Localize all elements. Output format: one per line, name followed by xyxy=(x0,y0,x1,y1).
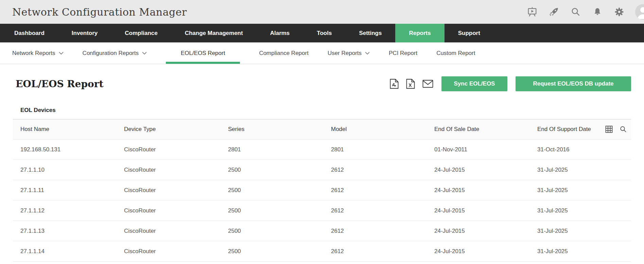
active-tab-underline xyxy=(166,62,240,64)
cell-device-type: CiscoRouter xyxy=(124,207,228,214)
cell-series: 2500 xyxy=(228,167,331,173)
cell-end-of-sale-date: 24-Jul-2015 xyxy=(434,167,537,173)
cell-end-of-support-date: 31-Jul-2025 xyxy=(537,248,631,255)
cell-host-name: 27.1.1.12 xyxy=(20,207,124,214)
nav-item-settings[interactable]: Settings xyxy=(345,24,395,42)
email-report-icon[interactable] xyxy=(422,80,433,88)
tab-network-reports[interactable]: Network Reports xyxy=(12,42,64,64)
nav-item-change-management[interactable]: Change Management xyxy=(171,24,257,42)
chevron-down-icon xyxy=(59,52,64,55)
table-row: 27.1.1.12 CiscoRouter 2500 2612 24-Jul-2… xyxy=(13,201,631,221)
column-header-model: Model xyxy=(331,126,434,133)
cell-device-type: CiscoRouter xyxy=(124,146,228,153)
cell-end-of-sale-date: 24-Jul-2015 xyxy=(434,228,537,234)
cell-end-of-support-date: 31-Jul-2025 xyxy=(537,187,631,194)
cell-model: 2612 xyxy=(331,207,434,214)
cell-series: 2801 xyxy=(228,146,331,153)
cell-host-name: 192.168.50.131 xyxy=(20,146,124,153)
cell-device-type: CiscoRouter xyxy=(124,187,228,194)
excel-export-icon[interactable] xyxy=(406,79,415,89)
bell-icon[interactable] xyxy=(592,6,603,18)
sync-eol-eos-button[interactable]: Sync EOL/EOS xyxy=(441,76,507,91)
user-avatar[interactable] xyxy=(635,4,644,20)
cell-end-of-sale-date: 24-Jul-2015 xyxy=(434,187,537,194)
pdf-export-icon[interactable] xyxy=(390,79,399,89)
app-title: Network Configuration Manager xyxy=(12,6,187,18)
chevron-down-icon xyxy=(365,52,370,55)
column-header-series: Series xyxy=(228,126,331,133)
tab-label: Custom Report xyxy=(436,50,475,57)
cell-model: 2612 xyxy=(331,167,434,173)
nav-item-support[interactable]: Support xyxy=(445,24,494,42)
cell-device-type: CiscoRouter xyxy=(124,167,228,173)
table-columns-icon[interactable] xyxy=(605,126,613,133)
gear-icon[interactable] xyxy=(613,6,625,18)
tab-label: User Reports xyxy=(328,50,362,57)
section-title: EOL Devices xyxy=(13,107,631,119)
cell-model: 2612 xyxy=(331,248,434,255)
export-icon-group xyxy=(390,79,433,89)
cell-model: 2612 xyxy=(331,187,434,194)
request-eol-eos-db-update-button[interactable]: Request EOL/EOS DB update xyxy=(516,76,631,91)
nav-item-tools[interactable]: Tools xyxy=(303,24,345,42)
table-tools xyxy=(605,126,627,133)
nav-item-inventory[interactable]: Inventory xyxy=(58,24,111,42)
table-row: 192.168.50.131 CiscoRouter 2801 2801 01-… xyxy=(13,139,631,160)
cell-host-name: 27.1.1.13 xyxy=(20,228,124,234)
page-title: EOL/EOS Report xyxy=(16,78,103,90)
cell-model: 2612 xyxy=(331,228,434,234)
cell-device-type: CiscoRouter xyxy=(124,228,228,234)
cell-host-name: 27.1.1.14 xyxy=(20,248,124,255)
table-row: 27.1.1.11 CiscoRouter 2500 2612 24-Jul-2… xyxy=(13,180,631,201)
tab-configuration-reports[interactable]: Configuration Reports xyxy=(83,42,147,64)
cell-end-of-support-date: 31-Jul-2025 xyxy=(537,207,631,214)
cell-end-of-support-date: 31-Jul-2025 xyxy=(537,167,631,173)
nav-item-reports[interactable]: Reports xyxy=(395,24,444,42)
nav-item-dashboard[interactable]: Dashboard xyxy=(1,24,58,42)
tab-eol-eos-report[interactable]: EOL/EOS Report xyxy=(166,42,240,64)
page-title-row: EOL/EOS Report Sync EOL/EOS Request EOL/… xyxy=(0,64,644,91)
main-nav: Dashboard Inventory Compliance Change Ma… xyxy=(0,24,644,42)
cell-series: 2500 xyxy=(228,187,331,194)
reports-sub-nav: Network Reports Configuration Reports EO… xyxy=(0,42,644,64)
rocket-icon[interactable] xyxy=(548,6,560,18)
cell-series: 2500 xyxy=(228,207,331,214)
eol-devices-section: EOL Devices Host Name Device Type Series… xyxy=(13,107,631,262)
cell-end-of-sale-date: 24-Jul-2015 xyxy=(434,207,537,214)
column-header-device-type: Device Type xyxy=(124,126,228,133)
cell-series: 2500 xyxy=(228,248,331,255)
cell-end-of-support-date: 31-Oct-2016 xyxy=(537,146,631,153)
tab-label: EOL/EOS Report xyxy=(181,50,225,57)
cell-model: 2801 xyxy=(331,146,434,153)
nav-item-compliance[interactable]: Compliance xyxy=(111,24,171,42)
nav-item-alarms[interactable]: Alarms xyxy=(257,24,303,42)
column-header-end-of-sale-date: End Of Sale Date xyxy=(434,126,537,133)
cell-end-of-sale-date: 01-Nov-2011 xyxy=(434,146,537,153)
table-row: 27.1.1.10 CiscoRouter 2500 2612 24-Jul-2… xyxy=(13,160,631,180)
cell-series: 2500 xyxy=(228,228,331,234)
cell-device-type: CiscoRouter xyxy=(124,248,228,255)
table-row: 27.1.1.14 CiscoRouter 2500 2612 24-Jul-2… xyxy=(13,241,631,262)
tab-label: PCI Report xyxy=(389,50,417,57)
tab-label: Network Reports xyxy=(12,50,55,57)
tab-user-reports[interactable]: User Reports xyxy=(328,42,370,64)
tab-custom-report[interactable]: Custom Report xyxy=(436,42,475,64)
tab-label: Configuration Reports xyxy=(83,50,139,57)
top-header: Network Configuration Manager xyxy=(0,0,644,24)
cell-end-of-sale-date: 24-Jul-2015 xyxy=(434,248,537,255)
cell-end-of-support-date: 31-Jul-2025 xyxy=(537,228,631,234)
presentation-icon[interactable] xyxy=(526,6,538,18)
table-search-icon[interactable] xyxy=(620,126,627,133)
tab-pci-report[interactable]: PCI Report xyxy=(389,42,417,64)
cell-host-name: 27.1.1.10 xyxy=(20,167,124,173)
column-header-host-name: Host Name xyxy=(20,126,124,133)
tab-label: Compliance Report xyxy=(259,50,309,57)
table-header-row: Host Name Device Type Series Model End O… xyxy=(13,119,631,139)
header-icon-bar xyxy=(526,4,644,20)
search-icon[interactable] xyxy=(570,6,581,18)
chevron-down-icon xyxy=(142,52,147,55)
tab-compliance-report[interactable]: Compliance Report xyxy=(259,42,309,64)
table-row: 27.1.1.13 CiscoRouter 2500 2612 24-Jul-2… xyxy=(13,221,631,241)
cell-host-name: 27.1.1.11 xyxy=(20,187,124,194)
